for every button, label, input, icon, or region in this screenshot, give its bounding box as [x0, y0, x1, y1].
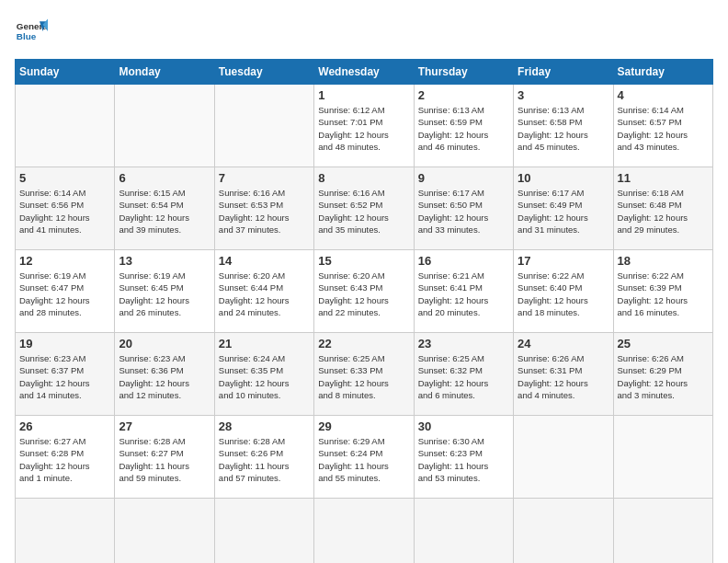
day-info: Sunrise: 6:27 AM Sunset: 6:28 PM Dayligh… [19, 435, 110, 484]
calendar-cell: 22Sunrise: 6:25 AM Sunset: 6:33 PM Dayli… [314, 333, 414, 416]
calendar-cell: 15Sunrise: 6:20 AM Sunset: 6:43 PM Dayli… [314, 250, 414, 333]
calendar-cell [115, 85, 214, 167]
day-number: 21 [219, 337, 310, 350]
weekday-header: Friday [514, 60, 613, 85]
calendar-cell: 16Sunrise: 6:21 AM Sunset: 6:41 PM Dayli… [414, 250, 513, 333]
calendar-cell: 27Sunrise: 6:28 AM Sunset: 6:27 PM Dayli… [115, 416, 214, 499]
weekday-header: Tuesday [214, 60, 313, 85]
weekday-header: Saturday [613, 60, 712, 85]
day-number: 8 [318, 171, 409, 185]
day-info: Sunrise: 6:13 AM Sunset: 6:58 PM Dayligh… [518, 104, 609, 153]
weekday-header: Wednesday [314, 60, 414, 85]
calendar-cell: 30Sunrise: 6:30 AM Sunset: 6:23 PM Dayli… [414, 416, 513, 499]
day-info: Sunrise: 6:25 AM Sunset: 6:33 PM Dayligh… [318, 352, 409, 401]
day-number: 30 [418, 419, 509, 433]
day-number: 28 [219, 419, 310, 433]
day-number: 15 [318, 254, 409, 268]
calendar-cell: 4Sunrise: 6:14 AM Sunset: 6:57 PM Daylig… [613, 85, 712, 167]
day-number: 12 [19, 254, 110, 268]
day-info: Sunrise: 6:17 AM Sunset: 6:49 PM Dayligh… [518, 187, 609, 236]
weekday-header: Sunday [16, 60, 115, 85]
calendar-cell: 9Sunrise: 6:17 AM Sunset: 6:50 PM Daylig… [414, 167, 513, 250]
calendar-cell: 29Sunrise: 6:29 AM Sunset: 6:24 PM Dayli… [314, 416, 414, 499]
calendar-cell: 11Sunrise: 6:18 AM Sunset: 6:48 PM Dayli… [613, 167, 712, 250]
day-number: 22 [318, 337, 409, 350]
calendar-cell [16, 499, 115, 564]
calendar-cell: 1Sunrise: 6:12 AM Sunset: 7:01 PM Daylig… [314, 85, 414, 167]
day-info: Sunrise: 6:26 AM Sunset: 6:31 PM Dayligh… [518, 352, 609, 401]
day-info: Sunrise: 6:25 AM Sunset: 6:32 PM Dayligh… [418, 352, 509, 401]
day-info: Sunrise: 6:28 AM Sunset: 6:26 PM Dayligh… [219, 435, 310, 484]
day-number: 11 [618, 171, 709, 185]
calendar-cell [414, 499, 513, 564]
day-info: Sunrise: 6:24 AM Sunset: 6:35 PM Dayligh… [219, 352, 310, 401]
day-number: 4 [618, 88, 709, 102]
calendar-cell: 17Sunrise: 6:22 AM Sunset: 6:40 PM Dayli… [514, 250, 613, 333]
day-info: Sunrise: 6:17 AM Sunset: 6:50 PM Dayligh… [418, 187, 509, 236]
day-number: 20 [119, 337, 210, 350]
day-number: 1 [318, 88, 409, 102]
calendar-cell: 20Sunrise: 6:23 AM Sunset: 6:36 PM Dayli… [115, 333, 214, 416]
day-info: Sunrise: 6:16 AM Sunset: 6:53 PM Dayligh… [219, 187, 310, 236]
day-number: 25 [618, 337, 709, 350]
day-number: 17 [518, 254, 609, 268]
header: General Blue [15, 15, 713, 48]
calendar-cell: 8Sunrise: 6:16 AM Sunset: 6:52 PM Daylig… [314, 167, 414, 250]
day-number: 10 [518, 171, 609, 185]
day-info: Sunrise: 6:29 AM Sunset: 6:24 PM Dayligh… [318, 435, 409, 484]
day-info: Sunrise: 6:19 AM Sunset: 6:47 PM Dayligh… [19, 270, 110, 318]
calendar-cell: 3Sunrise: 6:13 AM Sunset: 6:58 PM Daylig… [514, 85, 613, 167]
day-number: 19 [19, 337, 110, 350]
calendar-cell [16, 85, 115, 167]
day-number: 27 [119, 419, 210, 433]
day-number: 5 [19, 171, 110, 185]
day-number: 2 [418, 88, 509, 102]
day-info: Sunrise: 6:18 AM Sunset: 6:48 PM Dayligh… [618, 187, 709, 236]
calendar-cell: 25Sunrise: 6:26 AM Sunset: 6:29 PM Dayli… [613, 333, 712, 416]
day-info: Sunrise: 6:22 AM Sunset: 6:39 PM Dayligh… [618, 270, 709, 318]
weekday-header: Thursday [414, 60, 513, 85]
calendar-cell: 24Sunrise: 6:26 AM Sunset: 6:31 PM Dayli… [514, 333, 613, 416]
calendar-cell: 13Sunrise: 6:19 AM Sunset: 6:45 PM Dayli… [115, 250, 214, 333]
day-info: Sunrise: 6:12 AM Sunset: 7:01 PM Dayligh… [318, 104, 409, 153]
day-number: 6 [119, 171, 210, 185]
logo-icon: General Blue [15, 15, 48, 48]
day-number: 26 [19, 419, 110, 433]
day-info: Sunrise: 6:16 AM Sunset: 6:52 PM Dayligh… [318, 187, 409, 236]
day-info: Sunrise: 6:21 AM Sunset: 6:41 PM Dayligh… [418, 270, 509, 318]
day-info: Sunrise: 6:19 AM Sunset: 6:45 PM Dayligh… [119, 270, 210, 318]
calendar-cell: 10Sunrise: 6:17 AM Sunset: 6:49 PM Dayli… [514, 167, 613, 250]
calendar-cell [514, 499, 613, 564]
calendar-cell: 18Sunrise: 6:22 AM Sunset: 6:39 PM Dayli… [613, 250, 712, 333]
day-info: Sunrise: 6:23 AM Sunset: 6:36 PM Dayligh… [119, 352, 210, 401]
calendar-cell: 23Sunrise: 6:25 AM Sunset: 6:32 PM Dayli… [414, 333, 513, 416]
calendar-cell [314, 499, 414, 564]
logo: General Blue [15, 15, 48, 48]
day-info: Sunrise: 6:13 AM Sunset: 6:59 PM Dayligh… [418, 104, 509, 153]
calendar-header: SundayMondayTuesdayWednesdayThursdayFrid… [16, 60, 713, 85]
day-number: 18 [618, 254, 709, 268]
day-number: 14 [219, 254, 310, 268]
day-number: 9 [418, 171, 509, 185]
calendar-cell: 2Sunrise: 6:13 AM Sunset: 6:59 PM Daylig… [414, 85, 513, 167]
calendar-cell: 14Sunrise: 6:20 AM Sunset: 6:44 PM Dayli… [214, 250, 313, 333]
calendar-table: SundayMondayTuesdayWednesdayThursdayFrid… [15, 59, 713, 563]
calendar-cell: 7Sunrise: 6:16 AM Sunset: 6:53 PM Daylig… [214, 167, 313, 250]
day-number: 16 [418, 254, 509, 268]
day-info: Sunrise: 6:15 AM Sunset: 6:54 PM Dayligh… [119, 187, 210, 236]
day-info: Sunrise: 6:22 AM Sunset: 6:40 PM Dayligh… [518, 270, 609, 318]
day-number: 24 [518, 337, 609, 350]
day-info: Sunrise: 6:20 AM Sunset: 6:44 PM Dayligh… [219, 270, 310, 318]
day-info: Sunrise: 6:28 AM Sunset: 6:27 PM Dayligh… [119, 435, 210, 484]
day-info: Sunrise: 6:23 AM Sunset: 6:37 PM Dayligh… [19, 352, 110, 401]
calendar-cell [613, 416, 712, 499]
calendar-cell [613, 499, 712, 564]
svg-text:Blue: Blue [17, 31, 37, 41]
calendar-cell: 21Sunrise: 6:24 AM Sunset: 6:35 PM Dayli… [214, 333, 313, 416]
day-info: Sunrise: 6:20 AM Sunset: 6:43 PM Dayligh… [318, 270, 409, 318]
day-number: 3 [518, 88, 609, 102]
day-number: 23 [418, 337, 509, 350]
weekday-header: Monday [115, 60, 214, 85]
calendar-cell [115, 499, 214, 564]
day-number: 13 [119, 254, 210, 268]
